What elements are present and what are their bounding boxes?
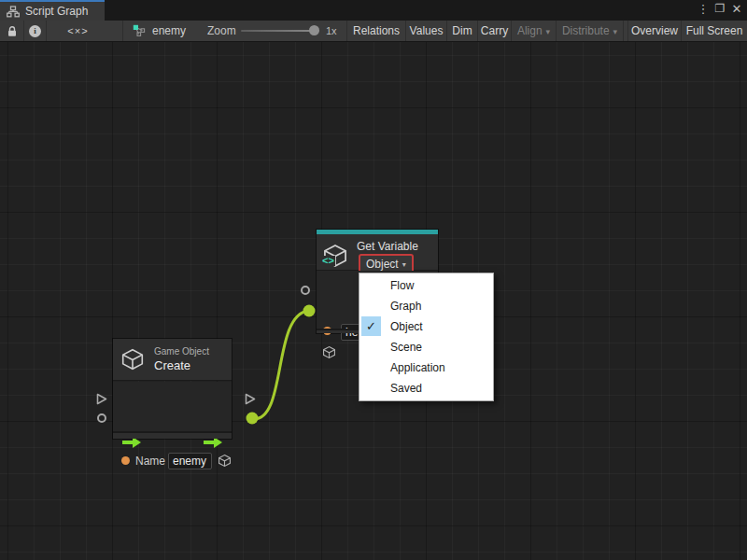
breadcrumb[interactable]: enemy xyxy=(122,21,186,41)
lock-button[interactable] xyxy=(0,21,23,41)
tab-title: Script Graph xyxy=(25,5,88,18)
zoom-slider-track[interactable] xyxy=(241,30,319,32)
node-header: <> Get Variable Object ▾ xyxy=(317,234,438,271)
full-screen-button[interactable]: Full Screen xyxy=(681,21,747,41)
graph-toolbar: i <×> enemy Zoom 1x Relations Values Dim… xyxy=(0,21,747,42)
relations-button[interactable]: Relations xyxy=(346,21,405,41)
code-icon: <×> xyxy=(67,25,88,36)
align-button[interactable]: Align▾ xyxy=(511,21,556,41)
node-body: Name enemy xyxy=(113,382,232,431)
zoom-label: Zoom xyxy=(207,21,236,41)
menu-item-scene[interactable]: Scene xyxy=(359,337,493,357)
window-tab-bar: Script Graph ⋮ ❐ ✕ xyxy=(0,0,747,21)
value-port-dot xyxy=(121,456,130,465)
menu-item-object[interactable]: ✓ Object xyxy=(359,316,493,337)
menu-item-application[interactable]: Application xyxy=(359,357,493,378)
maximize-icon[interactable]: ❐ xyxy=(712,0,727,19)
variable-scope-menu: Flow Graph ✓ Object Scene Application Sa… xyxy=(359,273,494,401)
gameobject-port-icon xyxy=(218,454,232,471)
lock-icon xyxy=(7,25,18,37)
carry-button[interactable]: Carry xyxy=(477,21,511,41)
dim-button[interactable]: Dim xyxy=(446,21,477,41)
node-footer xyxy=(113,431,232,439)
menu-item-flow[interactable]: Flow xyxy=(359,275,493,296)
node-title: Create xyxy=(154,358,190,372)
angle-brackets-icon: <> xyxy=(321,256,335,266)
chevron-down-icon: ▾ xyxy=(402,260,406,269)
create-flow-output-port[interactable] xyxy=(245,392,256,409)
name-input[interactable]: enemy xyxy=(168,453,212,469)
graph-icon xyxy=(133,24,146,37)
create-flow-input-port[interactable] xyxy=(96,392,107,409)
check-icon: ✓ xyxy=(361,316,381,336)
menu-item-saved[interactable]: Saved xyxy=(359,378,493,399)
get-variable-name-input-port[interactable] xyxy=(301,286,310,295)
game-object-create-node[interactable]: Game Object Create Name enemy xyxy=(113,339,232,439)
gameobject-port-icon xyxy=(322,345,336,363)
zoom-slider-knob[interactable] xyxy=(309,25,319,35)
script-graph-icon xyxy=(7,6,20,18)
chevron-down-icon: ▾ xyxy=(613,27,618,36)
tab-script-graph[interactable]: Script Graph xyxy=(0,0,105,21)
zoom-value: 1x xyxy=(326,21,337,41)
gameobject-cube-icon xyxy=(120,347,145,371)
overview-button[interactable]: Overview xyxy=(627,21,681,41)
node-title: Get Variable xyxy=(357,240,418,253)
name-port-label: Name xyxy=(135,455,165,468)
node-header: Game Object Create xyxy=(113,339,232,381)
node-category: Game Object xyxy=(154,346,209,357)
distribute-button[interactable]: Distribute▾ xyxy=(556,21,624,41)
edit-script-button[interactable]: <×> xyxy=(46,21,109,41)
inspect-button[interactable]: i xyxy=(23,21,46,41)
create-name-input-port[interactable] xyxy=(97,413,106,423)
variable-cube-icon: <> xyxy=(322,243,348,269)
graph-name-label: enemy xyxy=(152,24,186,37)
values-button[interactable]: Values xyxy=(405,21,446,41)
close-icon[interactable]: ✕ xyxy=(729,0,744,19)
menu-item-graph[interactable]: Graph xyxy=(359,296,493,316)
chevron-down-icon: ▾ xyxy=(546,27,551,36)
info-icon: i xyxy=(29,25,41,37)
window-menu-icon[interactable]: ⋮ xyxy=(697,0,710,19)
